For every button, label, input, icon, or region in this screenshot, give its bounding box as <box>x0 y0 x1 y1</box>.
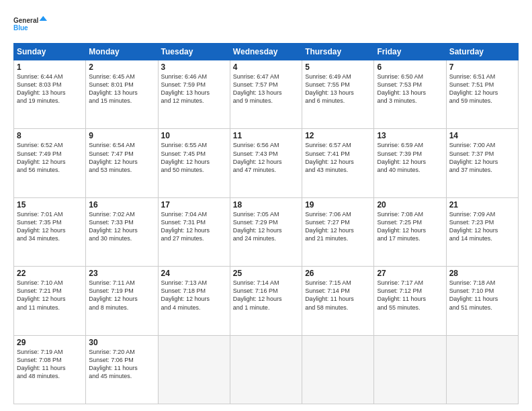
calendar-cell <box>302 335 374 404</box>
day-number: 13 <box>377 131 443 140</box>
col-header-tuesday: Tuesday <box>158 44 230 60</box>
day-number: 19 <box>305 200 371 210</box>
day-info: Sunrise: 6:49 AM Sunset: 7:55 PM Dayligh… <box>305 73 371 105</box>
day-info: Sunrise: 6:55 AM Sunset: 7:45 PM Dayligh… <box>161 141 227 174</box>
svg-marker-2 <box>40 16 47 21</box>
col-header-thursday: Thursday <box>302 44 374 60</box>
day-number: 3 <box>161 62 227 72</box>
day-info: Sunrise: 7:06 AM Sunset: 7:27 PM Dayligh… <box>305 210 371 243</box>
calendar-cell: 16Sunrise: 7:02 AM Sunset: 7:33 PM Dayli… <box>86 197 158 266</box>
day-info: Sunrise: 7:08 AM Sunset: 7:25 PM Dayligh… <box>377 210 443 243</box>
day-number: 30 <box>89 338 154 347</box>
calendar-cell: 7Sunrise: 6:51 AM Sunset: 7:51 PM Daylig… <box>446 60 518 129</box>
col-header-friday: Friday <box>374 44 446 60</box>
calendar-week-4: 22Sunrise: 7:10 AM Sunset: 7:21 PM Dayli… <box>14 267 519 335</box>
svg-text:Blue: Blue <box>13 24 28 32</box>
calendar-cell: 2Sunrise: 6:45 AM Sunset: 8:01 PM Daylig… <box>86 60 158 129</box>
calendar-cell: 27Sunrise: 7:17 AM Sunset: 7:12 PM Dayli… <box>374 267 446 335</box>
day-info: Sunrise: 7:11 AM Sunset: 7:19 PM Dayligh… <box>89 279 154 312</box>
day-info: Sunrise: 6:54 AM Sunset: 7:47 PM Dayligh… <box>89 141 154 174</box>
day-number: 26 <box>305 269 371 278</box>
day-info: Sunrise: 7:17 AM Sunset: 7:12 PM Dayligh… <box>377 279 443 312</box>
col-header-saturday: Saturday <box>446 44 518 60</box>
calendar-cell: 15Sunrise: 7:01 AM Sunset: 7:35 PM Dayli… <box>14 197 86 266</box>
calendar-cell: 1Sunrise: 6:44 AM Sunset: 8:03 PM Daylig… <box>14 60 86 129</box>
calendar-week-2: 8Sunrise: 6:52 AM Sunset: 7:49 PM Daylig… <box>14 129 519 197</box>
day-number: 9 <box>89 131 154 140</box>
calendar-cell: 25Sunrise: 7:14 AM Sunset: 7:16 PM Dayli… <box>230 267 302 335</box>
calendar-cell: 22Sunrise: 7:10 AM Sunset: 7:21 PM Dayli… <box>14 267 86 335</box>
calendar-week-5: 29Sunrise: 7:19 AM Sunset: 7:08 PM Dayli… <box>14 335 519 404</box>
calendar-cell: 24Sunrise: 7:13 AM Sunset: 7:18 PM Dayli… <box>158 267 230 335</box>
col-header-wednesday: Wednesday <box>230 44 302 60</box>
calendar-header-row: SundayMondayTuesdayWednesdayThursdayFrid… <box>14 44 519 60</box>
calendar-cell: 17Sunrise: 7:04 AM Sunset: 7:31 PM Dayli… <box>158 197 230 266</box>
day-number: 21 <box>449 200 515 210</box>
day-number: 6 <box>377 62 443 72</box>
calendar-cell: 14Sunrise: 7:00 AM Sunset: 7:37 PM Dayli… <box>446 129 518 197</box>
page: General Blue SundayMondayTuesdayWednesda… <box>0 0 532 411</box>
calendar-cell: 10Sunrise: 6:55 AM Sunset: 7:45 PM Dayli… <box>158 129 230 197</box>
header: General Blue <box>13 11 519 38</box>
calendar-cell: 19Sunrise: 7:06 AM Sunset: 7:27 PM Dayli… <box>302 197 374 266</box>
day-info: Sunrise: 6:46 AM Sunset: 7:59 PM Dayligh… <box>161 73 227 105</box>
day-info: Sunrise: 7:10 AM Sunset: 7:21 PM Dayligh… <box>17 279 83 312</box>
calendar-cell: 4Sunrise: 6:47 AM Sunset: 7:57 PM Daylig… <box>230 60 302 129</box>
calendar-week-1: 1Sunrise: 6:44 AM Sunset: 8:03 PM Daylig… <box>14 60 519 129</box>
calendar-cell: 12Sunrise: 6:57 AM Sunset: 7:41 PM Dayli… <box>302 129 374 197</box>
day-info: Sunrise: 7:05 AM Sunset: 7:29 PM Dayligh… <box>233 210 299 243</box>
calendar-cell: 3Sunrise: 6:46 AM Sunset: 7:59 PM Daylig… <box>158 60 230 129</box>
calendar-cell: 20Sunrise: 7:08 AM Sunset: 7:25 PM Dayli… <box>374 197 446 266</box>
day-info: Sunrise: 7:00 AM Sunset: 7:37 PM Dayligh… <box>449 141 515 174</box>
day-info: Sunrise: 7:20 AM Sunset: 7:06 PM Dayligh… <box>89 348 154 381</box>
day-info: Sunrise: 7:13 AM Sunset: 7:18 PM Dayligh… <box>161 279 227 312</box>
day-info: Sunrise: 6:50 AM Sunset: 7:53 PM Dayligh… <box>377 73 443 105</box>
day-info: Sunrise: 7:18 AM Sunset: 7:10 PM Dayligh… <box>449 279 515 312</box>
calendar-table: SundayMondayTuesdayWednesdayThursdayFrid… <box>13 43 519 404</box>
day-number: 4 <box>233 62 299 72</box>
day-info: Sunrise: 6:44 AM Sunset: 8:03 PM Dayligh… <box>17 73 83 105</box>
day-number: 16 <box>89 200 154 210</box>
calendar-cell <box>158 335 230 404</box>
calendar-cell: 30Sunrise: 7:20 AM Sunset: 7:06 PM Dayli… <box>86 335 158 404</box>
day-info: Sunrise: 6:45 AM Sunset: 8:01 PM Dayligh… <box>89 73 154 105</box>
calendar-cell <box>230 335 302 404</box>
day-info: Sunrise: 7:02 AM Sunset: 7:33 PM Dayligh… <box>89 210 154 243</box>
day-info: Sunrise: 6:47 AM Sunset: 7:57 PM Dayligh… <box>233 73 299 105</box>
day-number: 7 <box>449 62 515 72</box>
day-number: 23 <box>89 269 154 278</box>
day-number: 11 <box>233 131 299 140</box>
day-info: Sunrise: 7:15 AM Sunset: 7:14 PM Dayligh… <box>305 279 371 312</box>
calendar-cell: 28Sunrise: 7:18 AM Sunset: 7:10 PM Dayli… <box>446 267 518 335</box>
day-number: 24 <box>161 269 227 278</box>
day-number: 22 <box>17 269 83 278</box>
col-header-monday: Monday <box>86 44 158 60</box>
calendar-cell <box>446 335 518 404</box>
day-info: Sunrise: 6:56 AM Sunset: 7:43 PM Dayligh… <box>233 141 299 174</box>
day-number: 29 <box>17 338 83 347</box>
calendar-cell: 18Sunrise: 7:05 AM Sunset: 7:29 PM Dayli… <box>230 197 302 266</box>
day-info: Sunrise: 6:59 AM Sunset: 7:39 PM Dayligh… <box>377 141 443 174</box>
calendar-cell <box>374 335 446 404</box>
day-number: 25 <box>233 269 299 278</box>
calendar-cell: 21Sunrise: 7:09 AM Sunset: 7:23 PM Dayli… <box>446 197 518 266</box>
calendar-cell: 29Sunrise: 7:19 AM Sunset: 7:08 PM Dayli… <box>14 335 86 404</box>
day-info: Sunrise: 7:09 AM Sunset: 7:23 PM Dayligh… <box>449 210 515 243</box>
day-number: 5 <box>305 62 371 72</box>
day-info: Sunrise: 6:51 AM Sunset: 7:51 PM Dayligh… <box>449 73 515 105</box>
day-number: 17 <box>161 200 227 210</box>
col-header-sunday: Sunday <box>14 44 86 60</box>
calendar-cell: 6Sunrise: 6:50 AM Sunset: 7:53 PM Daylig… <box>374 60 446 129</box>
calendar-cell: 23Sunrise: 7:11 AM Sunset: 7:19 PM Dayli… <box>86 267 158 335</box>
day-number: 1 <box>17 62 83 72</box>
calendar-cell: 8Sunrise: 6:52 AM Sunset: 7:49 PM Daylig… <box>14 129 86 197</box>
day-number: 2 <box>89 62 154 72</box>
day-number: 18 <box>233 200 299 210</box>
day-info: Sunrise: 7:01 AM Sunset: 7:35 PM Dayligh… <box>17 210 83 243</box>
day-number: 20 <box>377 200 443 210</box>
day-number: 14 <box>449 131 515 140</box>
calendar-week-3: 15Sunrise: 7:01 AM Sunset: 7:35 PM Dayli… <box>14 197 519 266</box>
calendar-cell: 5Sunrise: 6:49 AM Sunset: 7:55 PM Daylig… <box>302 60 374 129</box>
day-number: 15 <box>17 200 83 210</box>
calendar-cell: 11Sunrise: 6:56 AM Sunset: 7:43 PM Dayli… <box>230 129 302 197</box>
